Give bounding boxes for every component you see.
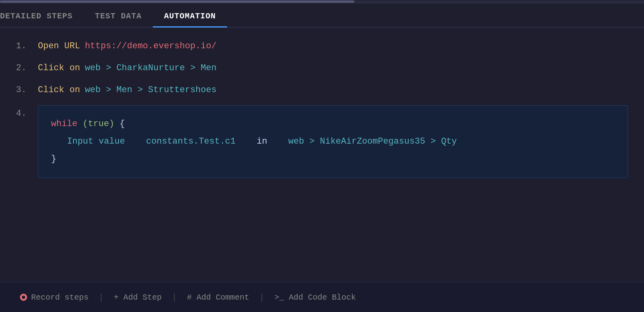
content-area: 1. Open URL https://demo.evershop.io/ 2.… [0,28,644,207]
step-value-1: https://demo.evershop.io/ [85,39,217,53]
while-keyword: while [51,119,77,129]
inner-space2 [241,136,251,146]
divider-3: | [257,292,267,302]
add-step-label: + Add Step [114,293,162,302]
step-3: 3. Click on web > Men > Struttershoes [16,83,628,97]
inner-path: web > NikeAirZoomPegasus35 > Qty [288,136,457,146]
add-code-block-button[interactable]: >_ Add Code Block [267,293,364,302]
step-number-4: 4. [16,105,38,118]
step-number-2: 2. [16,61,38,75]
step-4-container: 4. while (true) { Input value constants.… [16,105,628,187]
step-2: 2. Click on web > CharkaNurture > Men [16,61,628,75]
close-brace: } [51,154,56,164]
inner-space3 [273,136,283,146]
step-number-3: 3. [16,83,38,97]
inner-in: in [257,136,267,146]
inner-space1 [130,136,140,146]
step-value-2: web > CharkaNurture > Men [85,61,217,75]
divider-1: | [97,292,106,302]
tab-test-data[interactable]: TEST DATA [84,6,153,28]
record-steps-button[interactable]: Record steps [12,293,97,302]
inner-line: Input value constants.Test.c1 in web > N… [51,133,615,150]
scrollbar-track[interactable] [0,0,354,3]
inner-constant: constants.Test.c1 [146,136,235,146]
bottom-toolbar: Record steps | + Add Step | # Add Commen… [0,282,644,312]
record-icon-inner [22,296,25,299]
add-code-block-label: >_ Add Code Block [275,293,356,302]
add-comment-label: # Add Comment [187,293,249,302]
record-icon [20,294,27,301]
step-keyword-1: Open URL [38,39,80,53]
step-number-1: 1. [16,39,38,53]
close-brace-line: } [51,150,615,168]
step-keyword-2: Click on [38,61,80,75]
step-keyword-3: Click on [38,83,80,97]
add-comment-button[interactable]: # Add Comment [179,293,257,302]
divider-2: | [170,292,179,302]
while-line: while (true) { [51,115,615,133]
step-1: 1. Open URL https://demo.evershop.io/ [16,39,628,53]
tab-detailed-steps[interactable]: DETAILED STEPS [0,6,84,28]
while-condition: (true) [83,119,114,129]
scrollbar-area [0,0,644,4]
tab-automation[interactable]: AUTOMATION [153,6,227,28]
add-step-button[interactable]: + Add Step [106,293,170,302]
code-block[interactable]: while (true) { Input value constants.Tes… [38,105,628,178]
tabs-bar: DETAILED STEPS TEST DATA AUTOMATION [0,4,644,28]
open-brace: { [120,119,125,129]
record-steps-label: Record steps [31,293,89,302]
step-value-3: web > Men > Struttershoes [85,83,217,97]
input-keyword: Input value [67,136,125,146]
